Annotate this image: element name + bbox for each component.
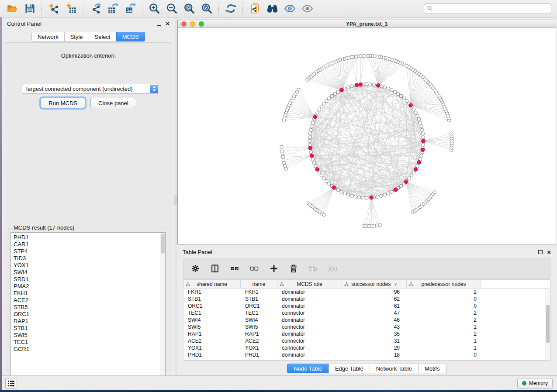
table-row[interactable]: TEC1TEC1connector472 (183, 309, 550, 316)
import-network-button[interactable] (46, 2, 62, 16)
column-header-predecessor-nodes[interactable]: predecessor nodes (407, 280, 481, 288)
tab-motifs[interactable]: Motifs (418, 364, 446, 373)
mcds-panel: Optimization criterion: largest connecte… (5, 42, 172, 371)
tab-style[interactable]: Style (64, 32, 89, 41)
table-scrollbar[interactable] (545, 289, 550, 360)
mcds-list-item[interactable]: RAP1 (14, 318, 165, 325)
show-all-button[interactable] (299, 2, 315, 16)
mcds-list-item[interactable]: STB1 (14, 325, 165, 332)
mcds-list-item[interactable]: GCR1 (14, 346, 165, 353)
mcds-list-item[interactable]: FKH1 (14, 290, 165, 297)
memory-label: Memory (529, 380, 548, 386)
select-all-button[interactable] (229, 263, 240, 274)
zoom-window-button[interactable] (199, 21, 204, 27)
show-panels-button[interactable] (5, 378, 17, 389)
table-mode-button[interactable] (190, 263, 201, 274)
export-image-button[interactable] (122, 2, 138, 16)
mcds-list-item[interactable]: SWI5 (14, 332, 165, 339)
mcds-list-item[interactable]: YOX1 (14, 262, 165, 269)
tab-mcds[interactable]: MCDS (116, 32, 145, 41)
mcds-list-item[interactable]: SWI4 (14, 269, 165, 276)
network-title: YPA_prune.txt_1 (178, 21, 556, 27)
search-input[interactable] (434, 5, 548, 12)
new-column-button[interactable] (269, 263, 279, 274)
hide-selected-button[interactable] (282, 2, 298, 16)
list-scrollbar[interactable] (160, 233, 165, 387)
table-row[interactable]: FKH1FKH1dominator962 (183, 289, 550, 296)
main-toolbar (0, 0, 557, 17)
table-row[interactable]: SWI5SWI5connector431 (183, 323, 550, 330)
column-header-shared-name[interactable]: shared name (183, 280, 241, 288)
delete-columns-button[interactable] (288, 263, 299, 274)
column-header-MCDS-role[interactable]: MCDS role (277, 280, 342, 288)
tab-node-table[interactable]: Node Table (287, 364, 329, 373)
table-row[interactable]: PHD1PHD1dominator180 (183, 351, 550, 358)
mcds-list-item[interactable]: ORC1 (14, 311, 165, 318)
open-file-button[interactable] (4, 2, 20, 16)
mcds-list-item[interactable]: TEC1 (14, 339, 165, 346)
close-table-panel-icon[interactable]: × (547, 250, 551, 254)
hide-selected-icon (284, 3, 296, 14)
export-table-button[interactable] (105, 2, 121, 16)
tab-select[interactable]: Select (89, 32, 117, 41)
refresh-layout-button[interactable] (223, 2, 239, 16)
mcds-list-item[interactable]: STP4 (14, 248, 165, 255)
table-row[interactable]: YOX1YOX1connector291 (183, 344, 550, 351)
zoom-in-button[interactable] (146, 2, 162, 16)
mcds-result-title: MCDS result (17 nodes) (12, 224, 76, 231)
show-columns-button[interactable] (210, 263, 220, 274)
toolbar-separator (42, 3, 42, 15)
import-table-icon (66, 3, 77, 14)
mcds-list-item[interactable]: SRD1 (14, 276, 165, 283)
mcds-list-item[interactable]: PHD1 (14, 234, 165, 241)
zoom-out-button[interactable] (164, 2, 180, 16)
mcds-list-item[interactable]: CAR1 (14, 241, 165, 248)
memory-button[interactable]: Memory (517, 378, 553, 389)
zoom-fit-button[interactable] (181, 2, 197, 16)
table-row[interactable]: ACE2ACE2connector311 (183, 337, 550, 344)
show-all-icon (301, 3, 313, 14)
function-builder-icon: f(x) (328, 264, 338, 273)
save-session-button[interactable] (22, 2, 38, 16)
control-panel: Control Panel × NetworkStyleSelectMCDS O… (2, 17, 175, 375)
column-header-successor-nodes[interactable]: successor nodes∨ (342, 280, 407, 288)
tab-edge-table[interactable]: Edge Table (329, 364, 370, 373)
close-window-button[interactable] (181, 21, 187, 27)
close-panel-icon[interactable]: × (166, 21, 170, 26)
show-columns-icon (210, 264, 220, 273)
tab-network[interactable]: Network (31, 32, 65, 41)
zoom-out-icon (166, 3, 178, 14)
clone-network-button[interactable] (247, 2, 263, 16)
export-network-button[interactable] (87, 2, 103, 16)
close-panel-button[interactable]: Close panel (90, 98, 136, 108)
delete-columns-icon (289, 264, 298, 273)
open-file-icon (7, 3, 18, 14)
minimize-window-button[interactable] (190, 21, 195, 27)
float-panel-icon[interactable] (157, 22, 161, 26)
attribute-tree-icon (409, 282, 413, 286)
zoom-selected-button[interactable] (199, 2, 214, 16)
network-canvas[interactable] (178, 28, 556, 244)
find-button[interactable] (264, 2, 280, 16)
column-header-name[interactable]: name (241, 280, 277, 288)
mcds-list-item[interactable]: TID3 (14, 255, 165, 262)
optimization-select[interactable]: largest connected component (undirected) (22, 84, 159, 94)
export-network-icon (90, 3, 101, 14)
table-row[interactable]: SWI4SWI4dominator462 (183, 316, 550, 323)
mcds-list-item[interactable]: STB5 (14, 304, 165, 311)
table-row[interactable]: RAP1RAP1dominator352 (183, 330, 550, 337)
search-field[interactable] (424, 3, 551, 14)
svg-text:f(x): f(x) (329, 265, 337, 272)
run-mcds-button[interactable]: Run MCDS (41, 98, 85, 108)
deselect-all-button[interactable] (249, 263, 259, 274)
table-row[interactable]: STB1STB1dominator620 (183, 296, 550, 303)
import-table-button[interactable] (63, 2, 79, 16)
float-table-panel-icon[interactable] (538, 250, 543, 254)
control-panel-tabs: NetworkStyleSelectMCDS (2, 32, 175, 41)
mcds-result-list[interactable]: PHD1CAR1STP4TID3YOX1SWI4SRD1PMA2FKH1ACE2… (10, 232, 166, 388)
export-image-icon (125, 3, 136, 14)
mcds-list-item[interactable]: ACE2 (14, 297, 165, 304)
tab-network-table[interactable]: Network Table (370, 364, 419, 373)
mcds-list-item[interactable]: PMA2 (14, 283, 165, 290)
table-row[interactable]: ORC1ORC1dominator610 (183, 303, 550, 309)
